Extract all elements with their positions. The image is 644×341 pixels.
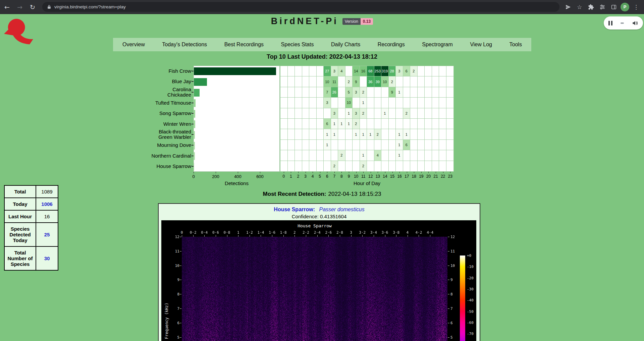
heatmap-cell (418, 150, 425, 161)
heatmap-cell (410, 76, 418, 87)
axis-tick (238, 172, 238, 173)
bookmark-star-icon[interactable]: ☆ (575, 2, 584, 11)
stats-value[interactable]: 30 (36, 246, 58, 270)
heatmap: 2734141668253319283621011293639102726532… (280, 66, 454, 172)
stats-label: Last Hour (4, 210, 36, 223)
address-bar[interactable]: virginia.birdnetpi.com/?stream=play (42, 2, 559, 12)
version-badge-label: Version (342, 18, 361, 25)
nav-item-species-stats[interactable]: Species Stats (281, 42, 314, 48)
browser-toolbar: ← → ↻ virginia.birdnetpi.com/?stream=pla… (0, 0, 644, 14)
freq-tick-label: 7 (167, 306, 179, 310)
nav-item-overview[interactable]: Overview (122, 42, 145, 48)
heatmap-cell: 1 (338, 119, 345, 129)
recent-detection: Most Recent Detection:2022-04-13 18:15:2… (0, 191, 644, 197)
side-panel-icon[interactable] (609, 2, 618, 11)
stats-label: Species Detected Today (4, 223, 36, 246)
heatmap-cell (446, 140, 454, 150)
freq-tick-label: 8 (450, 292, 463, 296)
axis-tick (306, 172, 306, 173)
nav-item-tools[interactable]: Tools (509, 42, 522, 48)
hour-tick-label: 8 (338, 174, 345, 179)
heatmap-cell (374, 98, 382, 108)
heatmap-cell (403, 87, 411, 98)
axis-tick (448, 308, 449, 309)
nav-item-today-s-detections[interactable]: Today's Detections (162, 42, 207, 48)
extensions-icon[interactable] (586, 2, 595, 11)
detection-panel: House Sparrow: Passer domesticus Confide… (158, 203, 480, 341)
forward-button[interactable]: → (14, 1, 25, 13)
heatmap-cell (360, 76, 367, 87)
heatmap-cell (403, 98, 411, 108)
heatmap-cell (280, 98, 288, 108)
menu-icon[interactable]: ⋮ (632, 2, 641, 11)
db-tick-label: -30 (467, 287, 480, 291)
axis-tick (283, 235, 284, 237)
axis-tick (448, 251, 449, 251)
axis-tick (392, 172, 393, 173)
axis-tick (320, 172, 320, 173)
axis-tick (363, 172, 364, 173)
axis-tick (180, 294, 181, 294)
heatmap-cell (309, 87, 317, 98)
heatmap-cell (439, 150, 446, 161)
heatmap-cell (389, 140, 396, 150)
heatmap-cell (418, 98, 425, 108)
hour-tick-label: 23 (446, 174, 454, 179)
back-button[interactable]: ← (1, 1, 13, 13)
hour-tick-label: 17 (403, 174, 411, 179)
heatmap-cell (288, 76, 295, 87)
axis-tick (419, 235, 419, 237)
time-tick-label: 0·6 (210, 230, 221, 234)
axis-tick (227, 235, 227, 237)
freq-tick-label: 10 (167, 264, 179, 268)
stats-row: Species Detected Today25 (4, 223, 58, 246)
nav-item-daily-charts[interactable]: Daily Charts (331, 42, 360, 48)
scientific-name-link[interactable]: Passer domesticus (319, 207, 364, 212)
freq-tick-label: 12 (450, 235, 463, 239)
bar (194, 131, 195, 139)
spectrogram-plot (182, 237, 447, 341)
nav-item-best-recordings[interactable]: Best Recordings (224, 42, 264, 48)
axis-tick (407, 172, 407, 173)
frequency-axis-label: Frequency (kHz) (164, 296, 170, 341)
axis-tick (374, 235, 374, 237)
freq-tick-label: 5 (167, 335, 179, 339)
heatmap-cell: 2 (360, 161, 367, 171)
nav-item-recordings[interactable]: Recordings (378, 42, 405, 48)
heatmap-cell (446, 76, 454, 87)
nav-item-view-log[interactable]: View Log (470, 42, 492, 48)
reload-button[interactable]: ↻ (27, 1, 38, 13)
send-icon[interactable] (564, 2, 573, 11)
heatmap-cell: 6 (403, 66, 411, 76)
axis-tick (180, 237, 181, 237)
heatmap-cell (309, 119, 317, 129)
freq-tick-label: 8 (167, 292, 179, 296)
heatmap-cell (288, 150, 295, 161)
axis-tick (448, 323, 449, 323)
stats-value[interactable]: 25 (36, 223, 58, 246)
hour-tick-label: 19 (418, 174, 425, 179)
axis-tick (192, 103, 194, 103)
species-link[interactable]: House Sparrow: (274, 207, 315, 212)
time-tick-label: 0 (176, 230, 187, 234)
bar (194, 142, 195, 150)
axis-tick (430, 235, 430, 237)
freq-tick-label: 7 (450, 306, 463, 310)
heatmap-cell (288, 98, 295, 108)
time-tick-label: 4·2 (413, 230, 424, 234)
stats-value[interactable]: 1006 (36, 198, 58, 210)
axis-tick (450, 172, 450, 173)
nav-item-spectrogram[interactable]: Spectrogram (422, 42, 453, 48)
hour-tick-label: 20 (425, 174, 432, 179)
heatmap-cell (280, 87, 288, 98)
heatmap-cell (288, 161, 295, 171)
axis-tick (428, 172, 429, 173)
heatmap-cell (288, 87, 295, 98)
browser-window: ← → ↻ virginia.birdnetpi.com/?stream=pla… (0, 0, 644, 341)
profile-avatar[interactable]: P (621, 3, 629, 11)
tune-icon[interactable] (598, 2, 607, 11)
stats-row: Today1006 (4, 198, 58, 210)
heatmap-cell (317, 119, 324, 129)
heatmap-cell (389, 161, 396, 171)
axis-tick (443, 172, 443, 173)
